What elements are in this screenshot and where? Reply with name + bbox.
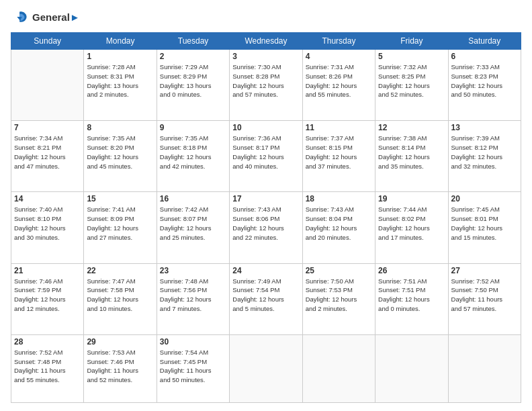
calendar-cell: 5Sunrise: 7:32 AM Sunset: 8:25 PM Daylig… [375,50,448,121]
calendar-cell: 27Sunrise: 7:52 AM Sunset: 7:50 PM Dayli… [448,263,521,334]
day-number: 13 [451,123,518,132]
day-number: 29 [87,337,153,347]
calendar-cell: 30Sunrise: 7:54 AM Sunset: 7:45 PM Dayli… [157,334,229,402]
calendar-cell: 12Sunrise: 7:38 AM Sunset: 8:14 PM Dayli… [375,121,448,192]
calendar-cell [302,334,375,402]
calendar-cell: 22Sunrise: 7:47 AM Sunset: 7:58 PM Dayli… [84,263,157,334]
calendar-cell: 28Sunrise: 7:52 AM Sunset: 7:48 PM Dayli… [11,334,84,402]
day-number: 12 [378,123,445,132]
logo: General► [11,8,80,27]
calendar-cell: 6Sunrise: 7:33 AM Sunset: 8:23 PM Daylig… [448,50,521,121]
day-number: 27 [451,266,518,275]
day-number: 9 [160,123,226,132]
day-number: 19 [378,194,445,203]
day-info: Sunrise: 7:48 AM Sunset: 7:56 PM Dayligh… [160,277,226,314]
calendar-cell: 11Sunrise: 7:37 AM Sunset: 8:15 PM Dayli… [302,121,375,192]
day-number: 14 [14,194,81,203]
day-number: 15 [87,194,153,203]
calendar-cell [11,50,84,121]
day-number: 1 [87,52,153,61]
day-number: 30 [160,337,226,347]
day-info: Sunrise: 7:35 AM Sunset: 8:18 PM Dayligh… [160,134,226,171]
day-info: Sunrise: 7:51 AM Sunset: 7:51 PM Dayligh… [378,277,445,314]
day-info: Sunrise: 7:37 AM Sunset: 8:15 PM Dayligh… [306,134,372,171]
day-info: Sunrise: 7:36 AM Sunset: 8:17 PM Dayligh… [232,134,299,171]
day-info: Sunrise: 7:50 AM Sunset: 7:53 PM Dayligh… [306,277,372,314]
calendar-cell: 14Sunrise: 7:40 AM Sunset: 8:10 PM Dayli… [11,192,84,263]
day-number: 28 [14,337,81,347]
day-info: Sunrise: 7:49 AM Sunset: 7:54 PM Dayligh… [232,277,299,314]
week-row-4: 21Sunrise: 7:46 AM Sunset: 7:59 PM Dayli… [11,263,521,334]
day-info: Sunrise: 7:43 AM Sunset: 8:04 PM Dayligh… [306,205,372,242]
calendar-cell [230,334,302,402]
page: General► SundayMondayTuesdayWednesdayThu… [0,0,532,411]
weekday-header-monday: Monday [84,33,157,50]
day-info: Sunrise: 7:28 AM Sunset: 8:31 PM Dayligh… [87,62,153,99]
calendar-cell: 21Sunrise: 7:46 AM Sunset: 7:59 PM Dayli… [11,263,84,334]
day-info: Sunrise: 7:34 AM Sunset: 8:21 PM Dayligh… [14,134,81,171]
day-info: Sunrise: 7:43 AM Sunset: 8:06 PM Dayligh… [232,205,299,242]
calendar-cell: 13Sunrise: 7:39 AM Sunset: 8:12 PM Dayli… [448,121,521,192]
day-number: 22 [87,266,153,275]
day-number: 17 [232,194,299,203]
day-info: Sunrise: 7:29 AM Sunset: 8:29 PM Dayligh… [160,62,226,99]
day-info: Sunrise: 7:52 AM Sunset: 7:48 PM Dayligh… [14,348,81,385]
day-info: Sunrise: 7:30 AM Sunset: 8:28 PM Dayligh… [232,62,299,99]
day-info: Sunrise: 7:39 AM Sunset: 8:12 PM Dayligh… [451,134,518,171]
day-number: 7 [14,123,81,132]
calendar-cell: 10Sunrise: 7:36 AM Sunset: 8:17 PM Dayli… [230,121,302,192]
day-number: 21 [14,266,81,275]
day-info: Sunrise: 7:44 AM Sunset: 8:02 PM Dayligh… [378,205,445,242]
calendar-cell: 24Sunrise: 7:49 AM Sunset: 7:54 PM Dayli… [230,263,302,334]
calendar-cell: 7Sunrise: 7:34 AM Sunset: 8:21 PM Daylig… [11,121,84,192]
day-info: Sunrise: 7:52 AM Sunset: 7:50 PM Dayligh… [451,277,518,314]
weekday-header-row: SundayMondayTuesdayWednesdayThursdayFrid… [11,33,521,50]
day-number: 23 [160,266,226,275]
day-info: Sunrise: 7:40 AM Sunset: 8:10 PM Dayligh… [14,205,81,242]
day-number: 8 [87,123,153,132]
calendar-cell: 20Sunrise: 7:45 AM Sunset: 8:01 PM Dayli… [448,192,521,263]
day-number: 25 [306,266,372,275]
day-number: 24 [232,266,299,275]
day-number: 18 [306,194,372,203]
logo-icon [11,8,30,27]
day-number: 11 [306,123,372,132]
week-row-3: 14Sunrise: 7:40 AM Sunset: 8:10 PM Dayli… [11,192,521,263]
calendar-cell: 4Sunrise: 7:31 AM Sunset: 8:26 PM Daylig… [302,50,375,121]
day-info: Sunrise: 7:47 AM Sunset: 7:58 PM Dayligh… [87,277,153,314]
weekday-header-friday: Friday [375,33,448,50]
day-info: Sunrise: 7:42 AM Sunset: 8:07 PM Dayligh… [160,205,226,242]
weekday-header-wednesday: Wednesday [230,33,302,50]
day-info: Sunrise: 7:54 AM Sunset: 7:45 PM Dayligh… [160,348,226,385]
calendar-table: SundayMondayTuesdayWednesdayThursdayFrid… [11,32,521,403]
calendar-cell: 18Sunrise: 7:43 AM Sunset: 8:04 PM Dayli… [302,192,375,263]
calendar-cell [448,334,521,402]
day-number: 5 [378,52,445,61]
day-info: Sunrise: 7:53 AM Sunset: 7:46 PM Dayligh… [87,348,153,385]
weekday-header-thursday: Thursday [302,33,375,50]
day-info: Sunrise: 7:38 AM Sunset: 8:14 PM Dayligh… [378,134,445,171]
calendar-cell: 16Sunrise: 7:42 AM Sunset: 8:07 PM Dayli… [157,192,229,263]
calendar-cell: 9Sunrise: 7:35 AM Sunset: 8:18 PM Daylig… [157,121,229,192]
week-row-2: 7Sunrise: 7:34 AM Sunset: 8:21 PM Daylig… [11,121,521,192]
day-number: 4 [306,52,372,61]
day-number: 10 [232,123,299,132]
day-info: Sunrise: 7:41 AM Sunset: 8:09 PM Dayligh… [87,205,153,242]
header: General► [11,8,521,27]
day-info: Sunrise: 7:45 AM Sunset: 8:01 PM Dayligh… [451,205,518,242]
day-info: Sunrise: 7:35 AM Sunset: 8:20 PM Dayligh… [87,134,153,171]
day-info: Sunrise: 7:33 AM Sunset: 8:23 PM Dayligh… [451,62,518,99]
weekday-header-sunday: Sunday [11,33,84,50]
calendar-cell: 3Sunrise: 7:30 AM Sunset: 8:28 PM Daylig… [230,50,302,121]
day-info: Sunrise: 7:31 AM Sunset: 8:26 PM Dayligh… [306,62,372,99]
calendar-cell: 1Sunrise: 7:28 AM Sunset: 8:31 PM Daylig… [84,50,157,121]
day-info: Sunrise: 7:32 AM Sunset: 8:25 PM Dayligh… [378,62,445,99]
week-row-1: 1Sunrise: 7:28 AM Sunset: 8:31 PM Daylig… [11,50,521,121]
day-number: 2 [160,52,226,61]
day-info: Sunrise: 7:46 AM Sunset: 7:59 PM Dayligh… [14,277,81,314]
calendar-cell: 17Sunrise: 7:43 AM Sunset: 8:06 PM Dayli… [230,192,302,263]
weekday-header-tuesday: Tuesday [157,33,229,50]
day-number: 16 [160,194,226,203]
day-number: 3 [232,52,299,61]
calendar-cell: 19Sunrise: 7:44 AM Sunset: 8:02 PM Dayli… [375,192,448,263]
